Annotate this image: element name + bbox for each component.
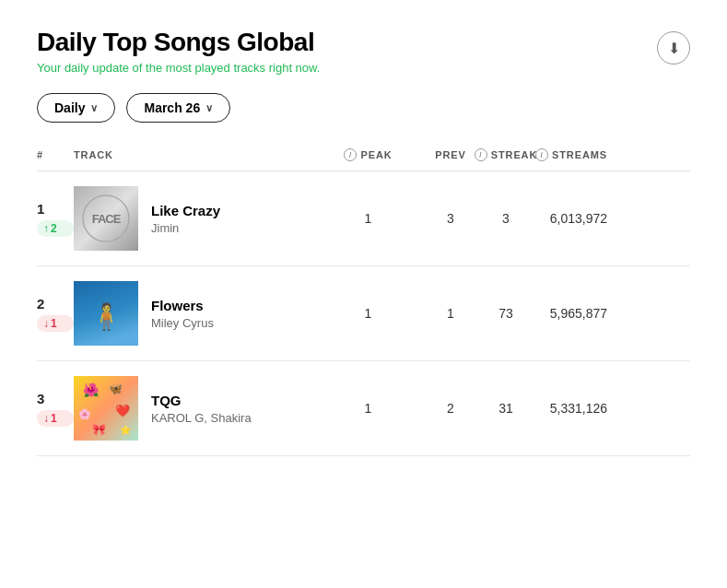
track-cell[interactable]: FACE Like Crazy Jimin <box>74 186 313 251</box>
period-filter-button[interactable]: Daily ∨ <box>37 93 115 123</box>
download-icon: ⬇ <box>668 40 680 57</box>
svg-text:🎀: 🎀 <box>92 422 106 436</box>
streak-info-icon[interactable]: i <box>475 148 487 161</box>
streams-info-icon[interactable]: i <box>535 148 548 161</box>
date-chevron-icon: ∨ <box>205 102 213 114</box>
rank-number: 1 <box>37 201 74 217</box>
svg-text:⭐: ⭐ <box>120 424 132 436</box>
svg-text:❤️: ❤️ <box>115 403 131 418</box>
arrow-down-icon: ↓ <box>43 317 49 330</box>
track-text: Flowers Miley Cyrus <box>151 298 214 330</box>
prev-cell: 3 <box>423 211 478 226</box>
streak-cell: 3 <box>478 211 534 226</box>
rank-number: 3 <box>37 391 74 406</box>
arrow-down-icon: ↓ <box>43 412 49 425</box>
rank-change-badge: ↓1 <box>37 410 74 427</box>
prev-cell: 2 <box>423 401 478 416</box>
svg-text:FACE: FACE <box>92 212 122 226</box>
streams-cell: 6,013,972 <box>534 211 607 226</box>
col-streams-header: i Streams <box>534 148 607 161</box>
page-header: Daily Top Songs Global Your daily update… <box>37 28 690 75</box>
track-text: Like Crazy Jimin <box>151 203 220 235</box>
track-name: Like Crazy <box>151 203 220 218</box>
svg-text:🦋: 🦋 <box>109 382 123 395</box>
col-track-header: TRACK <box>74 149 313 160</box>
rank-change-badge: ↑2 <box>37 220 74 237</box>
track-text: TQG KAROL G, Shakira <box>151 393 252 425</box>
period-filter-label: Daily <box>54 100 85 115</box>
table-header: # TRACK i Peak Prev i Streak i Streams <box>37 148 690 171</box>
streams-cell: 5,965,877 <box>534 306 607 321</box>
rank-number: 2 <box>37 296 74 312</box>
track-cell[interactable]: 🌺 🦋 🌸 ❤️ 🎀 ⭐ TQG KAROL G, Shakira <box>74 376 313 441</box>
peak-cell: 1 <box>313 306 423 321</box>
table-row: 1 ↑2 FACE Like Crazy Jimin <box>37 171 690 266</box>
artist-name: KAROL G, Shakira <box>151 411 252 425</box>
svg-text:🌸: 🌸 <box>78 407 91 420</box>
artist-name: Jimin <box>151 221 220 235</box>
filter-bar: Daily ∨ March 26 ∨ <box>37 93 690 123</box>
track-name: Flowers <box>151 298 214 313</box>
col-rank-header: # <box>37 149 74 160</box>
arrow-up-icon: ↑ <box>43 222 49 235</box>
artist-name: Miley Cyrus <box>151 316 214 330</box>
page-title: Daily Top Songs Global <box>37 28 320 57</box>
track-list: 1 ↑2 FACE Like Crazy Jimin <box>37 171 690 456</box>
svg-text:🧍: 🧍 <box>90 301 123 332</box>
period-chevron-icon: ∨ <box>90 102 98 114</box>
streak-cell: 73 <box>478 306 534 321</box>
col-peak-header: i Peak <box>313 148 423 161</box>
track-cell[interactable]: 🧍 Flowers Miley Cyrus <box>74 281 313 346</box>
peak-cell: 1 <box>313 401 423 416</box>
peak-info-icon[interactable]: i <box>344 148 357 161</box>
page-subtitle: Your daily update of the most played tra… <box>37 61 320 75</box>
date-filter-label: March 26 <box>144 100 200 115</box>
table-row: 2 ↓1 🧍 Flowers Miley Cyrus 1 <box>37 266 690 361</box>
prev-cell: 1 <box>423 306 478 321</box>
rank-cell: 3 ↓1 <box>37 391 74 427</box>
album-art: 🧍 <box>74 281 138 346</box>
rank-change-badge: ↓1 <box>37 315 74 332</box>
col-streak-header: i Streak <box>478 148 534 161</box>
peak-cell: 1 <box>313 211 423 226</box>
album-art: 🌺 🦋 🌸 ❤️ 🎀 ⭐ <box>74 376 138 441</box>
date-filter-button[interactable]: March 26 ∨ <box>126 93 230 123</box>
table-row: 3 ↓1 🌺 🦋 🌸 ❤️ 🎀 ⭐ TQG K <box>37 361 690 456</box>
download-button[interactable]: ⬇ <box>657 31 690 65</box>
track-name: TQG <box>151 393 252 408</box>
rank-cell: 1 ↑2 <box>37 201 74 237</box>
album-art: FACE <box>74 186 138 251</box>
streams-cell: 5,331,126 <box>534 401 607 416</box>
rank-cell: 2 ↓1 <box>37 296 74 332</box>
svg-text:🌺: 🌺 <box>83 382 100 398</box>
header-left: Daily Top Songs Global Your daily update… <box>37 28 320 75</box>
col-prev-header: Prev <box>423 149 478 160</box>
streak-cell: 31 <box>478 401 534 416</box>
